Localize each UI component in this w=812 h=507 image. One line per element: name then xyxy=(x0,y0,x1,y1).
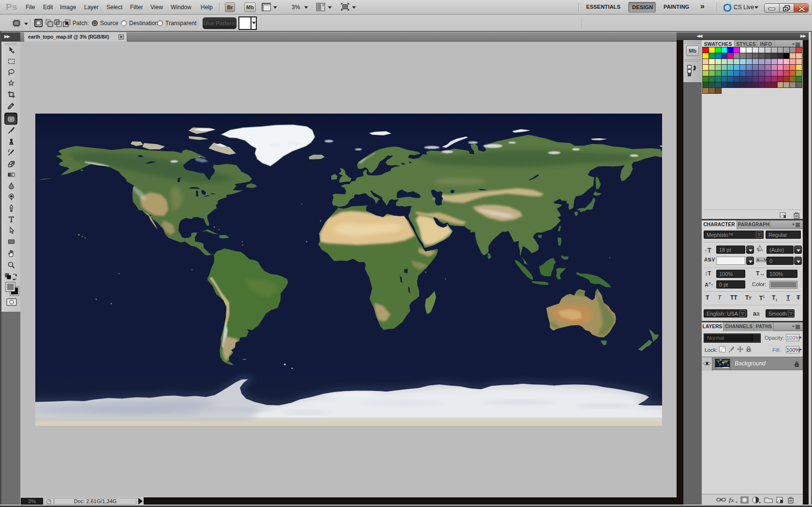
svg-text:fx: fx xyxy=(729,496,734,503)
